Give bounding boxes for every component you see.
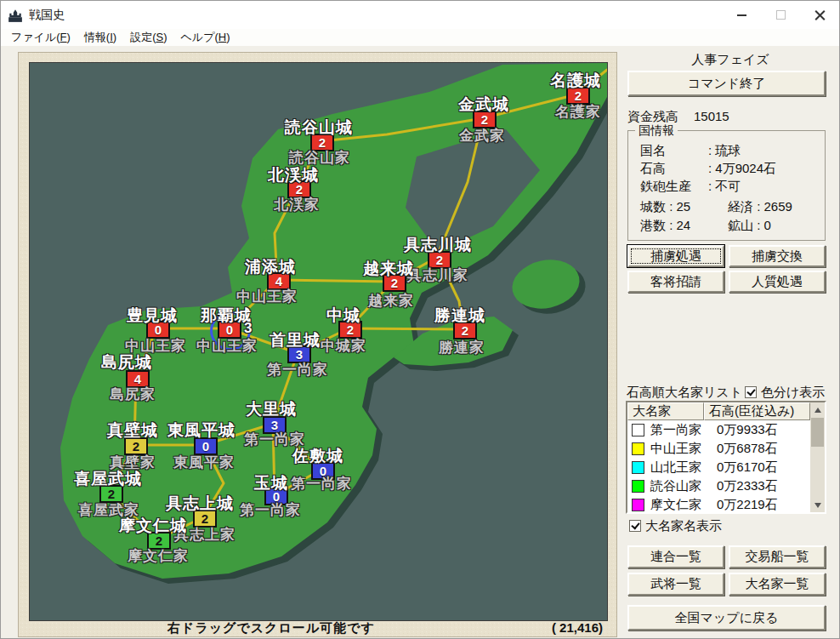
menu-bar: ファイル(F)情報(I)設定(S)ヘルプ(H)	[1, 29, 839, 46]
list-button-大名家一覧[interactable]: 大名家一覧	[729, 573, 826, 596]
maximize-button[interactable]	[761, 1, 800, 29]
list-button-交易船一覧[interactable]: 交易船一覧	[729, 545, 826, 568]
daimyo-list-title: 石高順大名家リスト	[627, 385, 742, 401]
color-swatch	[632, 442, 644, 455]
daimyo-koku: 0万2219石	[717, 497, 778, 513]
map-status-bar: 右ドラッグでスクロール可能です ( 21,416)	[29, 620, 606, 635]
action-button-捕虜処遇[interactable]: 捕虜処遇	[627, 245, 724, 267]
color-swatch	[632, 499, 644, 511]
close-button[interactable]	[800, 1, 839, 29]
list-button-武将一覧[interactable]: 武将一覧	[627, 573, 724, 596]
castle-name-読谷山城: 読谷山城	[285, 117, 353, 139]
daimyo-koku: 0万9933石	[717, 422, 778, 438]
status-coordinates: ( 21,416)	[552, 620, 603, 635]
family-name-島尻家: 島尻家	[110, 385, 156, 404]
family-name-北渓家: 北渓家	[274, 195, 320, 214]
family-name-中山王家: 中山王家	[236, 287, 298, 306]
daimyo-listbox[interactable]: 大名家 石高(臣従込み) 第一尚家0万9933石中山王家0万6878石山北王家0…	[626, 401, 826, 514]
end-command-button[interactable]: コマンド終了	[627, 71, 826, 96]
scrollbar-thumb[interactable]	[811, 418, 824, 447]
close-icon	[814, 9, 826, 21]
map-frame: 2名護城名護家2金武城金武家2読谷山城読谷山家2北渓城北渓家2具志川城具志川家2…	[18, 52, 617, 637]
castle-name-具志上城: 具志上城	[166, 493, 234, 515]
color-coding-label: 色分け表示	[761, 385, 825, 401]
list-button-連合一覧[interactable]: 連合一覧	[627, 545, 724, 568]
menu-f[interactable]: ファイル(F)	[4, 30, 77, 45]
castle-name-豊見城: 豊見城	[127, 305, 178, 327]
castle-name-島尻城: 島尻城	[101, 351, 152, 374]
family-name-名護家: 名護家	[555, 102, 601, 122]
country-info-title: 国情報	[635, 123, 678, 139]
daimyo-rows: 第一尚家0万9933石中山王家0万6878石山北王家0万6170石読谷山家0万2…	[627, 420, 810, 512]
back-to-national-map-button[interactable]: 全国マップに戻る	[627, 605, 826, 630]
menu-s[interactable]: 設定(S)	[123, 30, 173, 45]
castle-name-真壁城: 真壁城	[107, 419, 158, 442]
family-name-第一尚家: 第一尚家	[267, 360, 328, 379]
family-name-勝連家: 勝連家	[439, 338, 485, 357]
action-button-客将招請[interactable]: 客将招請	[627, 271, 724, 293]
castle-name-金武城: 金武城	[458, 94, 509, 116]
title-bar: 戦国史	[1, 1, 839, 29]
app-window: 戦国史 ファイル(F)情報(I)設定(S)ヘルプ(H)	[0, 0, 840, 639]
daimyo-row-第一尚家[interactable]: 第一尚家0万9933石	[627, 420, 810, 439]
country-info-row-1: 石高: 4万9024石	[640, 161, 776, 177]
menu-i[interactable]: 情報(I)	[77, 30, 123, 45]
window-title: 戦国史	[29, 8, 65, 23]
daimyo-name: 中山王家	[650, 441, 717, 457]
daimyo-name: 読谷山家	[650, 478, 717, 494]
family-name-越来家: 越来家	[368, 291, 414, 311]
daimyo-name-display-label: 大名家名表示	[645, 518, 722, 534]
daimyo-name: 摩文仁家	[650, 497, 717, 513]
castle-name-浦添城: 浦添城	[245, 256, 296, 278]
list-scrollbar[interactable]	[810, 402, 825, 512]
daimyo-name-display-checkbox[interactable]	[629, 520, 641, 532]
header-koku[interactable]: 石高(臣従込み)	[704, 402, 810, 420]
castle-name-首里城: 首里城	[270, 329, 321, 351]
castle-name-玉城: 玉城	[254, 472, 288, 494]
daimyo-koku: 0万6170石	[717, 459, 778, 476]
daimyo-name: 山北王家	[650, 459, 717, 476]
phase-label: 人事フェイズ	[620, 52, 840, 68]
castle-name-北渓城: 北渓城	[268, 164, 319, 186]
daimyo-row-読谷山家[interactable]: 読谷山家0万2333石	[627, 476, 810, 495]
color-coding-checkbox[interactable]	[745, 386, 757, 398]
menu-h[interactable]: ヘルプ(H)	[174, 30, 237, 45]
header-daimyo[interactable]: 大名家	[627, 402, 704, 420]
castle-name-喜屋武城: 喜屋武城	[74, 468, 142, 490]
scroll-up-icon	[814, 408, 821, 413]
maximize-icon	[776, 10, 786, 20]
country-info-group: 国情報 国名: 琉球石高: 4万9024石鉄砲生産: 不可城数 : 25経済 :…	[627, 130, 826, 241]
scroll-down-icon	[814, 503, 821, 508]
family-name-第一尚家: 第一尚家	[240, 500, 301, 520]
family-name-摩文仁家: 摩文仁家	[128, 546, 189, 566]
daimyo-row-山北王家[interactable]: 山北王家0万6170石	[627, 458, 810, 476]
color-swatch	[632, 461, 644, 474]
castle-name-勝連城: 勝連城	[434, 305, 485, 327]
funds-value: 15015	[694, 109, 729, 123]
family-name-中城家: 中城家	[321, 336, 366, 356]
daimyo-row-中山王家[interactable]: 中山王家0万6878石	[627, 439, 810, 458]
minimize-button[interactable]	[722, 1, 761, 29]
map-canvas[interactable]: 2名護城名護家2金武城金武家2読谷山城読谷山家2北渓城北渓家2具志川城具志川家2…	[29, 62, 608, 621]
country-info-row-2: 鉄砲生産: 不可	[640, 179, 741, 195]
scroll-down-button[interactable]	[810, 498, 825, 512]
country-stat-row-0: 城数 : 25経済 : 2659	[640, 199, 792, 215]
castle-name-名護城: 名護城	[550, 70, 601, 92]
action-button-人質処遇[interactable]: 人質処遇	[729, 271, 826, 293]
family-name-中山王家: 中山王家	[196, 336, 258, 356]
action-button-捕虜交換[interactable]: 捕虜交換	[729, 245, 826, 267]
color-swatch	[632, 480, 644, 493]
family-name-金武家: 金武家	[459, 126, 505, 145]
minimize-icon	[737, 14, 746, 16]
family-name-東風平家: 東風平家	[173, 453, 235, 472]
daimyo-row-摩文仁家[interactable]: 摩文仁家0万2219石	[627, 495, 810, 514]
daimyo-list-header: 大名家 石高(臣従込み)	[627, 402, 825, 420]
castle-name-具志川城: 具志川城	[404, 234, 472, 256]
castle-name-大里城: 大里城	[246, 398, 297, 420]
status-hint: 右ドラッグでスクロール可能です	[167, 620, 375, 636]
scroll-up-button[interactable]	[810, 402, 825, 417]
daimyo-name: 第一尚家	[650, 422, 717, 438]
color-swatch	[632, 424, 644, 436]
port-value-那覇城: 3	[244, 320, 252, 337]
daimyo-koku: 0万6878石	[717, 441, 778, 457]
